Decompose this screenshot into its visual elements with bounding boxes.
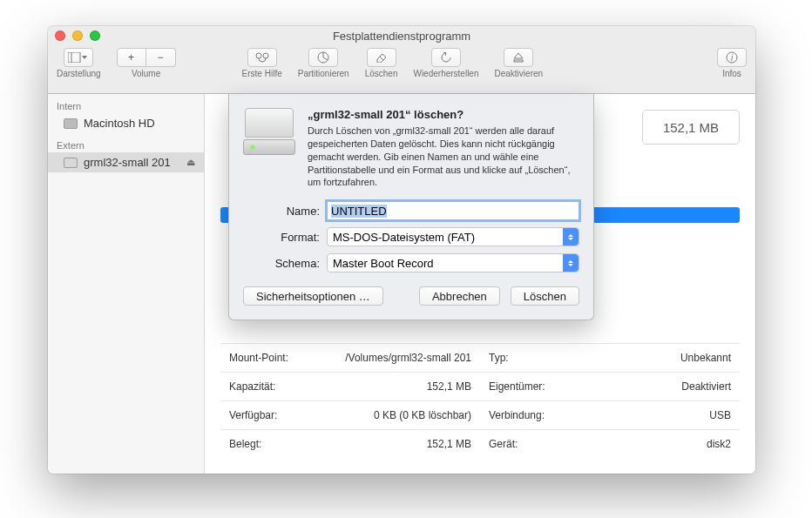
size-box: 152,1 MB bbox=[642, 110, 740, 145]
disk-utility-window: Festplattendienstprogramm Darstellung + … bbox=[48, 26, 755, 474]
info-button[interactable]: i bbox=[717, 48, 747, 67]
sidebar-item-label: Macintosh HD bbox=[84, 117, 155, 130]
sidebar-item-grml[interactable]: grml32-small 201 ⏏ bbox=[48, 152, 204, 172]
eject-icon[interactable]: ⏏ bbox=[186, 157, 195, 168]
svg-point-3 bbox=[263, 53, 268, 58]
sidebar-item-macintosh-hd[interactable]: Macintosh HD bbox=[48, 113, 204, 133]
svg-rect-6 bbox=[514, 60, 523, 62]
external-disk-icon bbox=[243, 108, 295, 157]
info-row: Gerät:disk2 bbox=[480, 429, 740, 458]
info-row: Verbindung:USB bbox=[480, 400, 740, 429]
erase-button[interactable] bbox=[367, 48, 396, 67]
sidebar-header-external: Extern bbox=[48, 133, 204, 152]
sheet-body: Durch Löschen von „grml32-small 201“ wer… bbox=[308, 124, 579, 189]
format-label: Format: bbox=[243, 231, 327, 244]
toolbar-label: Partitionieren bbox=[298, 69, 349, 78]
pie-icon bbox=[317, 51, 329, 64]
cancel-button[interactable]: Abbrechen bbox=[419, 286, 500, 306]
info-row: Verfügbar:0 KB (0 KB löschbar) bbox=[220, 400, 480, 429]
toolbar-label: Wiederherstellen bbox=[413, 69, 478, 78]
toolbar-erase: Löschen bbox=[365, 48, 398, 78]
toolbar-label: Erste Hilfe bbox=[242, 69, 282, 78]
window-title: Festplattendienstprogramm bbox=[48, 30, 755, 43]
toolbar-label: Deaktivieren bbox=[495, 69, 544, 78]
sidebar: Intern Macintosh HD Extern grml32-small … bbox=[48, 94, 205, 474]
toolbar-volume: + − Volume bbox=[117, 48, 176, 78]
sidebar-header-internal: Intern bbox=[48, 94, 204, 113]
toolbar-view: Darstellung bbox=[57, 48, 101, 78]
info-row: Typ:Unbekannt bbox=[480, 343, 740, 372]
toolbar-label: Löschen bbox=[365, 69, 398, 78]
view-button[interactable] bbox=[64, 48, 93, 67]
restore-icon bbox=[440, 52, 452, 63]
format-select[interactable]: MS-DOS-Dateisystem (FAT) bbox=[327, 227, 579, 246]
info-row: Eigentümer:Deaktiviert bbox=[480, 372, 740, 400]
size-value: 152,1 MB bbox=[663, 120, 719, 135]
scheme-select[interactable]: Master Boot Record bbox=[327, 253, 579, 272]
name-input[interactable] bbox=[327, 201, 579, 220]
svg-point-2 bbox=[256, 53, 261, 58]
info-col-left: Mount-Point:/Volumes/grml32-small 201 Ka… bbox=[220, 343, 480, 458]
toolbar-restore: Wiederherstellen bbox=[413, 48, 478, 78]
erase-sheet: „grml32-small 201“ löschen? Durch Lösche… bbox=[228, 94, 594, 320]
info-row: Belegt:152,1 MB bbox=[220, 429, 480, 458]
svg-text:i: i bbox=[731, 53, 734, 63]
toolbar-partition: Partitionieren bbox=[298, 48, 349, 78]
toolbar-firstaid: Erste Hilfe bbox=[242, 48, 282, 78]
info-icon: i bbox=[726, 51, 738, 64]
sidebar-item-label: grml32-small 201 bbox=[84, 156, 171, 169]
security-options-button[interactable]: Sicherheitsoptionen … bbox=[243, 286, 383, 306]
info-col-right: Typ:Unbekannt Eigentümer:Deaktiviert Ver… bbox=[480, 343, 740, 458]
svg-line-5 bbox=[380, 57, 383, 60]
volume-add-button[interactable]: + bbox=[117, 48, 146, 67]
chevron-updown-icon bbox=[563, 254, 579, 272]
toolbar-label: Infos bbox=[722, 69, 741, 78]
svg-rect-0 bbox=[68, 52, 80, 63]
toolbar-label: Darstellung bbox=[57, 69, 101, 78]
unmount-button[interactable] bbox=[504, 48, 533, 67]
chevron-updown-icon bbox=[563, 228, 579, 246]
volume-remove-button[interactable]: − bbox=[146, 48, 176, 67]
eject-icon bbox=[513, 52, 524, 63]
info-grid: Mount-Point:/Volumes/grml32-small 201 Ka… bbox=[220, 343, 740, 458]
erase-icon bbox=[376, 52, 388, 63]
info-row: Kapazität:152,1 MB bbox=[220, 372, 480, 400]
toolbar: Darstellung + − Volume Erste Hilfe Parti… bbox=[48, 45, 755, 94]
toolbar-label: Volume bbox=[132, 69, 160, 78]
toolbar-info: i Infos bbox=[717, 48, 747, 78]
firstaid-button[interactable] bbox=[247, 48, 277, 67]
disk-icon bbox=[64, 158, 78, 168]
sheet-title: „grml32-small 201“ löschen? bbox=[308, 108, 579, 121]
partition-button[interactable] bbox=[308, 48, 338, 67]
restore-button[interactable] bbox=[431, 48, 461, 67]
toolbar-unmount: Deaktivieren bbox=[495, 48, 544, 78]
titlebar: Festplattendienstprogramm bbox=[48, 26, 755, 45]
sidebar-icon bbox=[68, 52, 89, 63]
name-label: Name: bbox=[243, 205, 327, 218]
stethoscope-icon bbox=[255, 52, 269, 63]
info-row: Mount-Point:/Volumes/grml32-small 201 bbox=[220, 343, 480, 372]
disk-icon bbox=[64, 118, 78, 129]
erase-confirm-button[interactable]: Löschen bbox=[511, 286, 579, 306]
scheme-label: Schema: bbox=[243, 257, 327, 270]
